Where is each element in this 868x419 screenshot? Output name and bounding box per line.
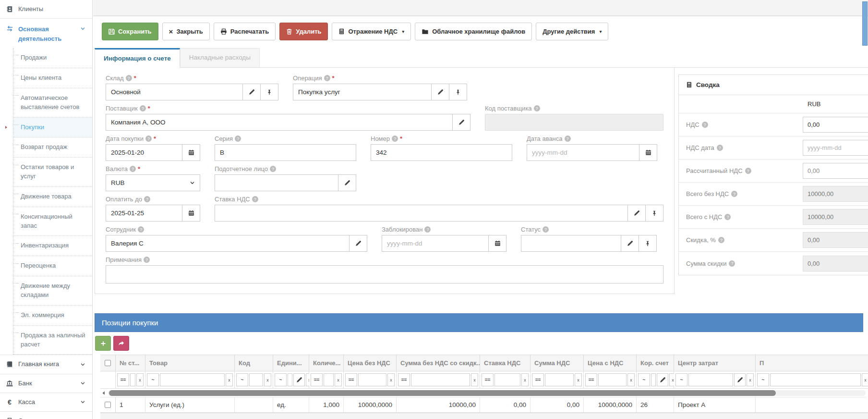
supplier-edit-button[interactable] (453, 114, 470, 131)
filter-input[interactable] (160, 373, 225, 386)
horizontal-scrollbar[interactable] (100, 389, 867, 397)
vat-rate-edit-button[interactable] (628, 205, 646, 222)
filter-clear-button[interactable]: x (627, 373, 635, 386)
sidebar-subitem[interactable]: Продажа за наличный расчет (13, 326, 92, 355)
row-checkbox[interactable] (105, 402, 111, 408)
filter-clear-button[interactable]: x (387, 373, 395, 386)
filter-clear-button[interactable]: x (335, 373, 342, 386)
filter-op-button[interactable]: ~ (757, 373, 769, 386)
filter-clear-button[interactable]: x (471, 373, 478, 386)
filter-input[interactable] (651, 373, 656, 386)
filter-input[interactable] (358, 373, 386, 386)
sidebar-subitem[interactable]: Возврат продаж (13, 137, 92, 158)
vat-reflection-button[interactable]: Отражение НДС▾ (332, 23, 411, 40)
sidebar-subitem[interactable]: Покупки (13, 118, 92, 138)
filter-op-button[interactable]: == (585, 373, 597, 386)
tab-1[interactable]: Накладные расходы (180, 48, 260, 67)
sidebar-item-clients[interactable]: Клиенты (0, 0, 92, 19)
notes-textarea[interactable] (106, 265, 663, 283)
purchase-date-calendar-button[interactable] (182, 144, 200, 161)
sidebar-subitem[interactable]: Продажи (13, 48, 92, 68)
operation-pin-button[interactable] (449, 84, 467, 100)
filter-op-button[interactable]: == (311, 373, 323, 386)
export-row-button[interactable] (113, 336, 129, 351)
filter-op-button[interactable]: ~ (236, 373, 248, 386)
filter-clear-button[interactable]: x (575, 373, 582, 386)
filter-input[interactable] (411, 373, 470, 386)
currency-select[interactable]: RUB (106, 174, 200, 191)
blocked-date-calendar-button[interactable] (489, 235, 506, 252)
filter-input[interactable] (598, 373, 627, 386)
print-button[interactable]: Распечатать (214, 23, 276, 40)
sidebar-group[interactable]: €Касса (0, 393, 92, 412)
pay-until-input[interactable] (106, 205, 182, 222)
operation-edit-button[interactable] (432, 84, 449, 100)
filter-op-button[interactable]: == (117, 373, 129, 386)
save-button[interactable]: Сохранить (102, 23, 158, 40)
tab-0[interactable]: Информация о счете (95, 48, 180, 68)
filter-op-button[interactable]: ~ (638, 373, 650, 386)
status-input[interactable] (521, 235, 621, 252)
sidebar-subitem[interactable]: Движение товара (13, 187, 92, 207)
filter-edit-button[interactable] (293, 373, 305, 386)
warehouse-input[interactable] (106, 84, 243, 100)
sidebar-group[interactable]: Банк (0, 374, 92, 393)
sidebar-subitem[interactable]: Автоматическое выставление счетов (13, 88, 92, 118)
sidebar-group[interactable]: Отчеты (0, 412, 92, 419)
filter-input[interactable] (249, 373, 263, 386)
employee-edit-button[interactable] (350, 235, 367, 252)
sidebar-subitem[interactable]: Цены клиента (13, 68, 92, 88)
calculated-vat-input[interactable] (803, 163, 868, 179)
filter-op-button[interactable]: == (398, 373, 410, 386)
filter-clear-button[interactable]: x (226, 373, 233, 386)
advance-date-calendar-button[interactable] (639, 144, 657, 161)
accountable-person-input[interactable] (215, 174, 338, 191)
filter-op-button[interactable]: == (482, 373, 494, 386)
cloud-storage-button[interactable]: Облачное хранилище файлов (415, 23, 532, 40)
series-input[interactable] (215, 144, 356, 161)
add-row-button[interactable] (95, 336, 111, 351)
operation-input[interactable] (293, 84, 432, 100)
select-all-checkbox[interactable] (105, 360, 111, 366)
filter-clear-button[interactable]: x (747, 373, 754, 386)
other-actions-button[interactable]: Другие действия▾ (536, 23, 608, 40)
warehouse-pin-button[interactable] (261, 84, 278, 100)
vat-rate-pin-button[interactable] (646, 205, 663, 222)
filter-edit-button[interactable] (734, 373, 746, 386)
filter-op-button[interactable]: ~ (675, 373, 687, 386)
filter-clear-button[interactable]: x (521, 373, 529, 386)
filter-clear-button[interactable]: x (264, 373, 271, 386)
close-button[interactable]: ×Закрыть (162, 23, 210, 40)
scrollbar-track[interactable] (108, 390, 866, 396)
scrollbar-thumb[interactable] (109, 390, 776, 396)
sidebar-subitem[interactable]: Остатки товаров и услуг (13, 158, 92, 187)
sidebar-subitem[interactable]: Движение между складами (13, 276, 92, 306)
purchase-date-input[interactable] (106, 144, 182, 161)
filter-op-button[interactable]: == (345, 373, 357, 386)
vat-rate-input[interactable] (215, 205, 628, 222)
filter-input[interactable] (545, 373, 574, 386)
filter-clear-button[interactable]: x (136, 373, 144, 386)
status-edit-button[interactable] (621, 235, 639, 252)
sidebar-subitem[interactable]: Переоценка (13, 256, 92, 276)
sidebar-subitem[interactable]: Инвентаризация (13, 236, 92, 256)
number-input[interactable] (371, 144, 512, 161)
filter-op-button[interactable]: ~ (275, 373, 287, 386)
supplier-input[interactable] (106, 114, 453, 131)
filter-input[interactable] (324, 373, 334, 386)
blocked-date-input[interactable] (382, 235, 489, 252)
filter-edit-button[interactable] (657, 373, 668, 386)
filter-input[interactable] (494, 373, 520, 386)
advance-date-input[interactable] (527, 144, 639, 161)
sidebar-subitem[interactable]: Консигнационный запас (13, 207, 92, 236)
vat-date-input[interactable] (803, 140, 868, 156)
filter-op-button[interactable]: ~ (147, 373, 159, 386)
sidebar-subitem[interactable]: Эл. коммерция (13, 306, 92, 326)
vscrollbar-thumb[interactable] (862, 1, 868, 46)
employee-input[interactable] (106, 235, 350, 252)
filter-input[interactable] (770, 373, 861, 386)
filter-input[interactable] (130, 373, 135, 386)
status-pin-button[interactable] (639, 235, 657, 252)
filter-op-button[interactable]: == (532, 373, 544, 386)
filter-input[interactable] (688, 373, 733, 386)
